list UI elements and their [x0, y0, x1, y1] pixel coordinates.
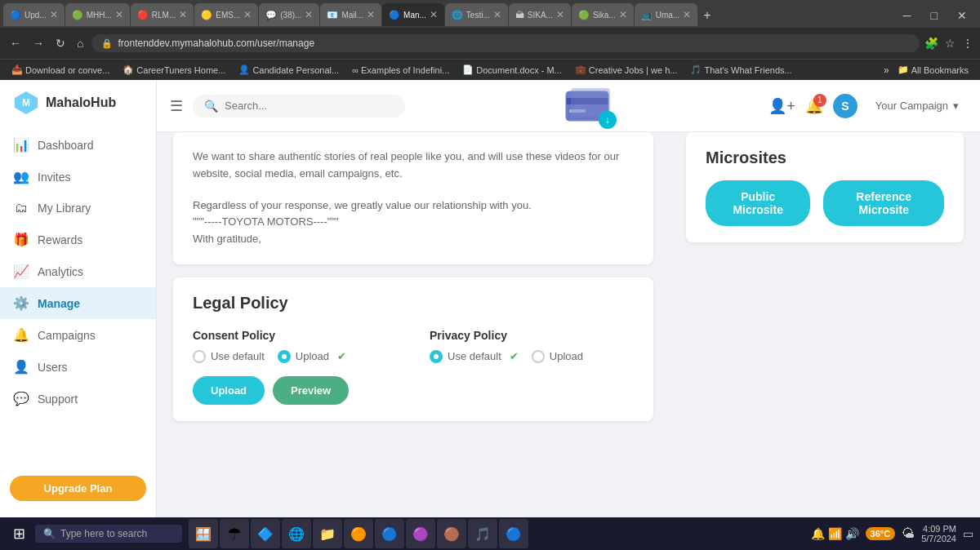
tab-close-11[interactable]: ✕	[683, 9, 691, 20]
bookmark-5[interactable]: 📄 Document.docx - M...	[457, 63, 567, 77]
bookmark-1[interactable]: 📥 Download or conve...	[7, 63, 114, 77]
taskbar-app-7[interactable]: 🟣	[406, 519, 435, 548]
taskbar-notifications-icon[interactable]: 🔔	[811, 527, 825, 540]
all-bookmarks[interactable]: 📁 All Bookmarks	[893, 63, 973, 77]
user-avatar: S	[833, 94, 858, 118]
taskbar-volume-icon[interactable]: 🔊	[845, 527, 859, 540]
forward-button[interactable]: →	[29, 35, 47, 51]
sidebar-item-dashboard[interactable]: 📊 Dashboard	[0, 129, 156, 161]
search-box[interactable]: 🔍	[193, 95, 405, 118]
tab-close-5[interactable]: ✕	[305, 9, 313, 20]
bookmark-3[interactable]: 👤 Candidate Personal...	[234, 63, 344, 77]
tab-close-9[interactable]: ✕	[556, 9, 564, 20]
taskbar-app-6[interactable]: 🔵	[375, 519, 404, 548]
tab-close-4[interactable]: ✕	[243, 9, 252, 20]
consent-use-default-radio[interactable]	[193, 350, 206, 363]
address-text: frontenddev.mymahalohub.com/user/manage	[118, 38, 314, 49]
tab-close-8[interactable]: ✕	[493, 9, 501, 20]
privacy-use-default-option[interactable]: Use default ✔	[430, 350, 519, 363]
browser-menu-icon[interactable]: ⋮	[962, 37, 973, 50]
legal-policy-card: Legal Policy Consent Policy Use default	[173, 277, 653, 421]
extensions-icon[interactable]: 🧩	[924, 37, 938, 50]
weather-icon: 🌤	[902, 526, 915, 541]
svg-text:M: M	[22, 97, 30, 109]
microsites-card: Microsites Public Microsite Reference Mi…	[686, 132, 964, 242]
taskbar-app-10[interactable]: 🔵	[499, 519, 528, 548]
public-microsite-button[interactable]: Public Microsite	[706, 180, 810, 226]
bookmark-star-icon[interactable]: ☆	[945, 37, 956, 50]
new-tab-button[interactable]: +	[698, 3, 715, 28]
taskbar-app-5[interactable]: 🟠	[344, 519, 373, 548]
browser-tab-10[interactable]: 🟢 Sika... ✕	[572, 3, 634, 26]
taskbar-app-2[interactable]: 🔷	[251, 519, 280, 548]
hamburger-button[interactable]: ☰	[170, 97, 183, 115]
sidebar-item-manage[interactable]: ⚙️ Manage	[0, 287, 156, 319]
sidebar-item-support[interactable]: 💬 Support	[0, 383, 156, 415]
privacy-use-default-radio[interactable]	[430, 350, 443, 363]
bookmark-2[interactable]: 🏠 CareerTuners Home...	[118, 63, 230, 77]
taskbar-search-label: Type here to search	[60, 528, 147, 539]
browser-tab-3[interactable]: 🔴 RLM... ✕	[131, 3, 194, 26]
bookmarks-more[interactable]: »	[884, 64, 889, 76]
taskbar-app-9[interactable]: 🎵	[468, 519, 497, 548]
sidebar-item-invites[interactable]: 👥 Invites	[0, 161, 156, 193]
taskbar-show-desktop-icon[interactable]: ▭	[963, 527, 973, 540]
toolbar-icons: 🧩 ☆ ⋮	[924, 37, 973, 50]
taskbar-app-8[interactable]: 🟤	[437, 519, 466, 548]
reference-microsite-button[interactable]: Reference Microsite	[823, 180, 944, 226]
tab-close-7[interactable]: ✕	[430, 9, 438, 20]
taskbar-app-1[interactable]: 🪟	[189, 519, 218, 548]
browser-tab-2[interactable]: 🟢 MHH... ✕	[65, 3, 130, 26]
bookmark-4[interactable]: ∞ Examples of Indefini...	[347, 64, 454, 77]
browser-tab-6[interactable]: 📧 Mail... ✕	[320, 3, 381, 26]
campaign-selector[interactable]: Your Campaign ▾	[867, 95, 967, 117]
taskbar-search-box[interactable]: 🔍 Type here to search	[35, 525, 182, 543]
tab-close-10[interactable]: ✕	[619, 9, 627, 20]
browser-tab-5[interactable]: 💬 (38)... ✕	[259, 3, 319, 26]
back-button[interactable]: ←	[7, 35, 24, 51]
taskbar: ⊞ 🔍 Type here to search 🪟 ☂ 🔷 🌐 📁 🟠 🔵 🟣 …	[0, 517, 980, 550]
bookmark-7[interactable]: 🎵 That's What Friends...	[685, 63, 796, 77]
taskbar-notification-area: 🔔 📶 🔊	[811, 527, 859, 540]
taskbar-app-3[interactable]: 🌐	[282, 519, 311, 548]
tab-close-1[interactable]: ✕	[50, 9, 58, 20]
sidebar-item-my-library[interactable]: 🗂 My Library	[0, 193, 156, 224]
taskbar-app-4[interactable]: 📁	[313, 519, 342, 548]
sidebar-item-analytics[interactable]: 📈 Analytics	[0, 255, 156, 287]
maximize-button[interactable]: □	[921, 4, 947, 27]
add-user-button[interactable]: 👤+	[768, 97, 795, 115]
browser-tab-4[interactable]: 🟡 EMS... ✕	[194, 3, 258, 26]
tab-close-2[interactable]: ✕	[115, 9, 123, 20]
preview-button[interactable]: Preview	[273, 376, 349, 405]
taskbar-app-umbrella[interactable]: ☂	[220, 519, 249, 548]
notifications-button[interactable]: 🔔 1	[805, 97, 823, 115]
minimize-button[interactable]: ─	[893, 4, 921, 27]
upload-button[interactable]: Upload	[193, 376, 265, 405]
tab-close-6[interactable]: ✕	[367, 9, 375, 20]
rewards-icon: 🎁	[13, 232, 29, 247]
browser-tab-9[interactable]: 🏔 SIKA... ✕	[509, 3, 571, 26]
search-input[interactable]	[225, 100, 388, 112]
start-button[interactable]: ⊞	[7, 521, 32, 546]
consent-upload-option[interactable]: Upload ✔	[278, 350, 346, 363]
tab-close-3[interactable]: ✕	[179, 9, 187, 20]
sidebar-item-users[interactable]: 👤 Users	[0, 351, 156, 383]
privacy-radio-group: Use default ✔ Upload	[430, 350, 634, 363]
browser-tab-8[interactable]: 🌐 Testi... ✕	[445, 3, 508, 26]
upgrade-plan-button[interactable]: Upgrade Plan	[10, 476, 146, 501]
privacy-upload-radio[interactable]	[532, 350, 545, 363]
sidebar-item-rewards[interactable]: 🎁 Rewards	[0, 224, 156, 255]
consent-upload-radio[interactable]	[278, 350, 291, 363]
privacy-upload-option[interactable]: Upload	[532, 350, 583, 363]
close-button[interactable]: ✕	[947, 4, 977, 27]
address-bar[interactable]: 🔒 frontenddev.mymahalohub.com/user/manag…	[91, 34, 920, 52]
refresh-button[interactable]: ↻	[52, 35, 69, 51]
browser-tab-11[interactable]: 📺 Uma... ✕	[635, 3, 697, 26]
consent-use-default-option[interactable]: Use default	[193, 350, 265, 363]
sidebar-item-campaigns[interactable]: 🔔 Campaigns	[0, 319, 156, 351]
browser-tab-7[interactable]: 🔵 Man... ✕	[382, 3, 444, 26]
taskbar-wifi-icon[interactable]: 📶	[828, 527, 842, 540]
bookmark-6[interactable]: 💼 Creative Jobs | we h...	[570, 63, 683, 77]
browser-tab-1[interactable]: 🔵 Upd... ✕	[3, 3, 65, 26]
home-button[interactable]: ⌂	[74, 35, 87, 51]
